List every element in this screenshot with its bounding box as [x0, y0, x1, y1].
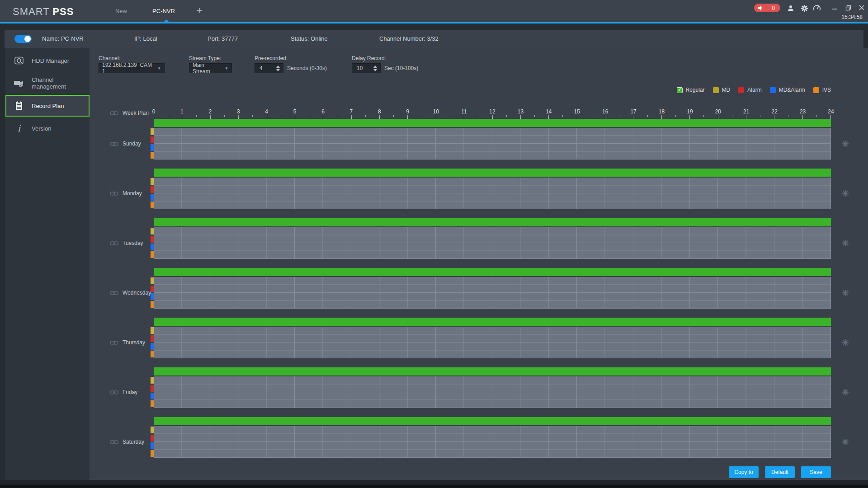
hour-label: 23 [800, 108, 806, 115]
day-row-left[interactable]: Thursday [110, 327, 145, 358]
row-settings-gear-icon[interactable] [842, 426, 849, 458]
regular-track[interactable] [154, 417, 831, 425]
link-icon [110, 141, 118, 146]
regular-record-segment[interactable] [154, 417, 831, 425]
sidebar-item-hdd-manager[interactable]: HDD Manager [5, 50, 90, 71]
legend-label: MD&Alarm [779, 87, 805, 93]
hour-label: 5 [293, 108, 297, 115]
marker-ivs [151, 152, 154, 159]
event-grid[interactable] [154, 178, 831, 209]
day-label: Monday [123, 190, 142, 197]
day-row-left[interactable]: Tuesday [110, 227, 143, 259]
delay-record-spinner[interactable]: 10 [352, 63, 381, 73]
event-grid[interactable] [154, 128, 831, 160]
smartpss-window: SMART PSS New PC-NVR + 0 [0, 0, 868, 488]
add-tab-button[interactable]: + [192, 0, 207, 22]
copy-to-button[interactable]: Copy to [729, 466, 759, 478]
chevron-down-icon: ▼ [225, 66, 228, 70]
row-settings-gear-icon[interactable] [842, 128, 849, 160]
spin-up-icon[interactable] [373, 66, 377, 68]
marker-ivs [151, 400, 154, 407]
event-markers [151, 327, 154, 358]
event-grid[interactable] [154, 426, 831, 458]
day-row-left[interactable]: Monday [110, 178, 142, 209]
alarm-count: 0 [766, 5, 780, 11]
day-label: Friday [123, 389, 137, 395]
spinner-arrows[interactable] [274, 64, 282, 73]
tab-new[interactable]: New [103, 0, 139, 22]
day-row: Tuesday [90, 218, 868, 259]
restore-button[interactable] [843, 2, 854, 13]
hour-label: 6 [321, 108, 325, 115]
sidebar-item-channel-management[interactable]: Channel management [5, 72, 90, 94]
week-plan-left[interactable]: Week Plan [110, 110, 149, 116]
settings-gear-icon[interactable] [799, 4, 809, 13]
dashboard-gauge-icon[interactable] [812, 4, 822, 13]
legend-checkbox[interactable]: ✓ [677, 87, 683, 93]
window-bottom-strip [0, 480, 868, 488]
regular-record-segment[interactable] [154, 268, 831, 276]
minimize-button[interactable] [829, 2, 840, 13]
regular-record-segment[interactable] [154, 367, 831, 375]
hour-label: 14 [546, 108, 552, 115]
marker-md [151, 427, 154, 433]
day-label: Wednesday [123, 290, 151, 296]
day-row-left[interactable]: Sunday [110, 128, 141, 160]
device-channel-number: Channel Number: 3/32 [379, 30, 439, 48]
link-icon [110, 241, 118, 246]
clock: 15:34:58 [841, 14, 863, 20]
sidebar-item-label: Channel management [32, 76, 89, 90]
active-tab-notch [164, 19, 169, 22]
tab-pc-nvr[interactable]: PC-NVR [146, 0, 182, 22]
legend-swatch [813, 87, 819, 93]
marker-md-alarm [151, 393, 154, 399]
spin-down-icon[interactable] [373, 69, 377, 71]
regular-track[interactable] [154, 318, 831, 326]
channel-select[interactable]: 192.168.2.139_CAM 1 ▼ [99, 63, 165, 73]
legend-label: MD [722, 87, 731, 93]
sidebar-item-record-plan[interactable]: Record Plan [5, 95, 90, 117]
marker-md-alarm [151, 343, 154, 350]
day-row-left[interactable]: Friday [110, 376, 137, 408]
event-grid[interactable] [154, 277, 831, 309]
link-icon [110, 191, 118, 196]
regular-track[interactable] [154, 218, 831, 226]
stream-type-select[interactable]: Main Stream ▼ [189, 63, 232, 73]
regular-record-segment[interactable] [154, 169, 831, 177]
regular-track[interactable] [154, 119, 831, 127]
spinner-arrows[interactable] [372, 64, 379, 73]
regular-track[interactable] [154, 268, 831, 276]
day-label: Sunday [123, 141, 141, 147]
spin-up-icon[interactable] [276, 66, 280, 68]
event-grid[interactable] [154, 327, 831, 358]
regular-track[interactable] [154, 367, 831, 375]
save-button[interactable]: Save [801, 466, 831, 478]
default-button[interactable]: Default [765, 466, 795, 478]
spin-down-icon[interactable] [276, 69, 280, 71]
marker-alarm [151, 335, 154, 342]
row-settings-gear-icon[interactable] [842, 327, 849, 358]
regular-record-segment[interactable] [154, 218, 831, 226]
link-icon [110, 111, 118, 116]
row-settings-gear-icon[interactable] [842, 376, 849, 408]
day-row-left[interactable]: Wednesday [110, 277, 151, 309]
regular-record-segment[interactable] [154, 119, 831, 127]
user-icon[interactable] [786, 4, 796, 13]
row-settings-gear-icon[interactable] [842, 227, 849, 259]
prerecord-spinner[interactable]: 4 [255, 63, 283, 73]
row-settings-gear-icon[interactable] [842, 178, 849, 209]
device-enable-toggle[interactable] [14, 35, 32, 43]
event-grid[interactable] [154, 227, 831, 259]
legend: ✓RegularMDAlarmMD&AlarmIVS [677, 87, 831, 93]
regular-track[interactable] [154, 169, 831, 177]
camera-gear-icon [14, 79, 24, 88]
row-settings-gear-icon[interactable] [842, 277, 849, 309]
event-grid[interactable] [154, 376, 831, 408]
close-button[interactable] [856, 2, 867, 13]
sidebar-item-version[interactable]: i Version [5, 117, 90, 139]
day-row-left[interactable]: Saturday [110, 426, 144, 458]
legend-item: MD&Alarm [770, 87, 805, 93]
delay-record-hint: Sec (10-100s) [384, 63, 418, 73]
regular-record-segment[interactable] [154, 318, 831, 326]
alarm-badge[interactable]: 0 [754, 4, 780, 12]
